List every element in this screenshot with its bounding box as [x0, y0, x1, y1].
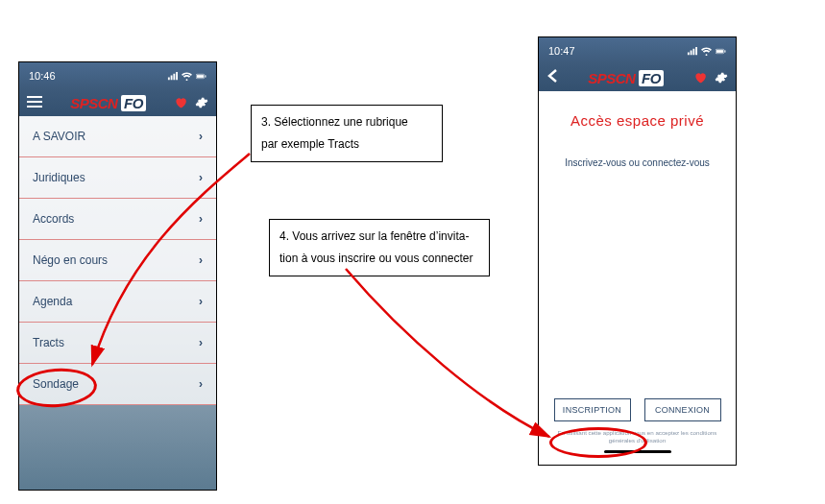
svg-rect-4 [716, 50, 723, 53]
heart-icon[interactable] [693, 71, 707, 84]
chevron-right-icon: › [199, 336, 203, 349]
logo-text-a: SPSCN [70, 95, 117, 111]
arrow-to-inscription [346, 269, 549, 437]
app-logo: SPSCN FO [588, 70, 664, 86]
hamburger-icon[interactable] [27, 94, 42, 111]
menu-item-accords[interactable]: Accords › [19, 199, 216, 240]
annotation-circle-inscription [549, 427, 647, 458]
menu-item-nego[interactable]: Négo en cours › [19, 240, 216, 281]
chevron-right-icon: › [199, 130, 203, 143]
page-title: Accès espace privé [539, 112, 736, 129]
logo-text-b: FO [639, 70, 664, 86]
menu-item-label: Agenda [33, 295, 72, 308]
menu-item-label: Tracts [33, 336, 64, 349]
gear-icon[interactable] [715, 71, 728, 84]
callout-step4: 4. Vous arrivez sur la fenêtre d’invita-… [269, 219, 490, 276]
menu-item-label: Juridiques [33, 171, 85, 184]
chevron-right-icon: › [199, 377, 203, 391]
callout-line: par exemple Tracts [261, 133, 432, 156]
wifi-icon [182, 71, 192, 82]
menu-item-agenda[interactable]: Agenda › [19, 281, 216, 323]
status-icons [687, 46, 726, 57]
svg-rect-1 [197, 75, 204, 78]
callout-line: 3. Sélectionnez une rubrique [261, 111, 432, 133]
button-row: INSCRIPTION CONNEXION [539, 398, 736, 421]
connexion-button[interactable]: CONNEXION [644, 398, 721, 421]
svg-rect-5 [724, 50, 725, 52]
menu-item-label: Accords [33, 212, 74, 226]
heart-icon[interactable] [174, 96, 187, 109]
status-time: 10:46 [29, 70, 56, 82]
signal-icon [687, 46, 697, 57]
inscription-button[interactable]: INSCRIPTION [554, 398, 631, 421]
gear-icon[interactable] [195, 96, 208, 109]
svg-rect-2 [205, 75, 206, 77]
status-bar: 10:47 [539, 37, 736, 64]
status-bar: 10:46 [19, 62, 216, 89]
battery-icon [716, 46, 726, 57]
battery-icon [196, 71, 206, 82]
chevron-right-icon: › [199, 171, 203, 184]
callout-line: 4. Vous arrivez sur la fenêtre d’invita- [279, 226, 479, 248]
wifi-icon [701, 46, 712, 57]
menu-item-tracts[interactable]: Tracts › [19, 323, 216, 364]
chevron-right-icon: › [199, 253, 203, 267]
menu-item-juridiques[interactable]: Juridiques › [19, 157, 216, 199]
chevron-right-icon: › [199, 295, 203, 308]
menu-list: A SAVOIR › Juridiques › Accords › Négo e… [19, 116, 216, 405]
logo-text-b: FO [121, 95, 146, 111]
status-icons [167, 71, 206, 82]
status-time: 10:47 [548, 45, 575, 57]
phone-menu-screenshot: 10:46 SPSCN FO [18, 61, 217, 491]
chevron-right-icon: › [199, 212, 203, 226]
callout-step3: 3. Sélectionnez une rubrique par exemple… [251, 105, 443, 162]
app-header: SPSCN FO [19, 89, 216, 116]
menu-item-label: Négo en cours [33, 253, 108, 267]
menu-item-asavoir[interactable]: A SAVOIR › [19, 116, 216, 157]
app-logo: SPSCN FO [70, 95, 146, 111]
back-icon[interactable] [546, 69, 558, 86]
phone-login-screenshot: 10:47 SPSCN FO [538, 36, 737, 466]
callout-line: tion à vous inscrire ou vous connecter [279, 248, 479, 270]
signal-icon [167, 71, 178, 82]
page-subtitle: Inscrivez-vous ou connectez-vous [539, 157, 736, 168]
app-header: SPSCN FO [539, 64, 736, 91]
menu-item-label: A SAVOIR [33, 130, 85, 143]
logo-text-a: SPSCN [588, 70, 635, 86]
